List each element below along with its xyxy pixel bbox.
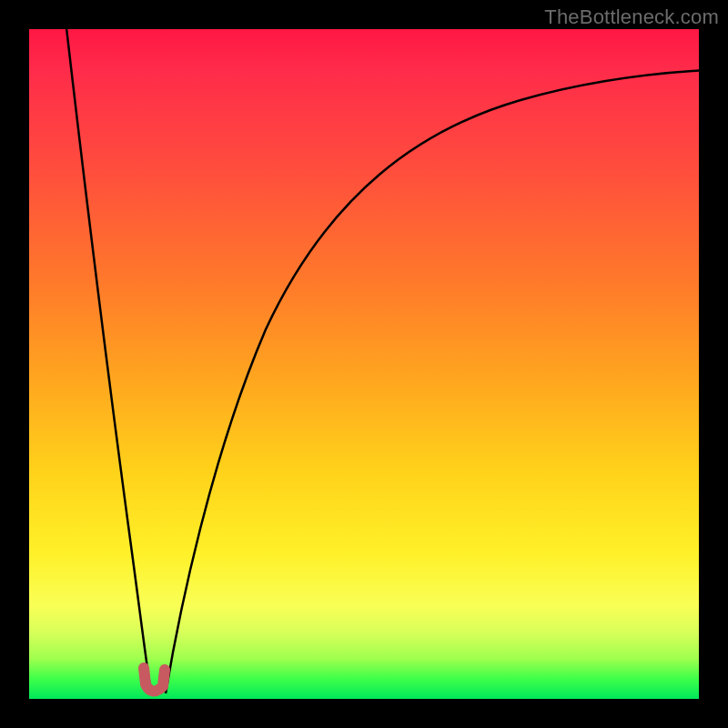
watermark-text: TheBottleneck.com [544,5,719,29]
optimal-marker-icon [144,668,165,692]
chart-svg [29,29,699,699]
curve-left-branch [66,29,151,693]
chart-frame: TheBottleneck.com [0,0,728,728]
curve-right-branch [166,70,699,693]
plot-area [29,29,699,699]
